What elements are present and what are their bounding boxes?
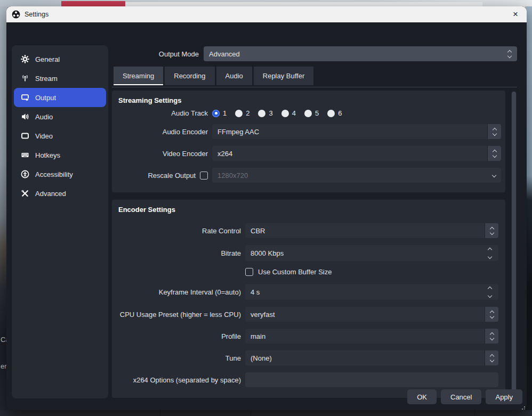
tab-audio[interactable]: Audio: [216, 67, 252, 85]
radio-checked-icon: [212, 110, 220, 117]
keyframe-interval-row: Keyframe Interval (0=auto) 4 s: [112, 284, 505, 300]
output-mode-row: Output Mode Advanced: [112, 46, 517, 61]
output-mode-select[interactable]: Advanced: [204, 46, 517, 61]
streaming-settings-group: Streaming Settings Audio Track 1 2 3 4 5…: [112, 91, 505, 192]
video-encoder-label: Video Encoder: [112, 150, 208, 158]
gear-icon: [21, 55, 29, 63]
tune-row: Tune (None): [112, 350, 505, 365]
use-custom-buffer-checkbox-row[interactable]: Use Custom Buffer Size: [245, 268, 332, 276]
ok-button[interactable]: OK: [407, 389, 437, 404]
spinner-arrows-icon[interactable]: [481, 284, 498, 300]
profile-row: Profile main: [112, 329, 505, 344]
sidebar-item-label: Stream: [35, 75, 58, 83]
rate-control-label: Rate Control: [112, 227, 241, 235]
monitor-icon: [21, 132, 29, 140]
audio-track-option-1[interactable]: 1: [212, 109, 227, 117]
output-icon: [21, 93, 29, 102]
tab-label: Audio: [225, 72, 243, 80]
x264-options-label: x264 Options (separated by space): [112, 376, 241, 384]
tools-icon: [21, 189, 29, 198]
rate-control-value: CBR: [245, 227, 485, 235]
tune-label: Tune: [112, 354, 241, 362]
background-seam: [160, 410, 160, 416]
cpu-preset-row: CPU Usage Preset (higher = less CPU) ver…: [112, 307, 505, 322]
cpu-preset-label: CPU Usage Preset (higher = less CPU): [112, 311, 241, 319]
video-encoder-select[interactable]: x264: [212, 146, 501, 161]
chevron-up-down-icon: [485, 223, 498, 238]
output-tabs: Streaming Recording Audio Replay Buffer: [114, 67, 313, 85]
sidebar-item-label: Audio: [35, 113, 53, 121]
scrollbar-handle[interactable]: [512, 92, 516, 397]
obs-logo-icon: [12, 10, 20, 19]
apply-button[interactable]: Apply: [486, 389, 522, 404]
cancel-button[interactable]: Cancel: [441, 389, 481, 404]
tabs-divider: [112, 87, 517, 87]
use-custom-buffer-label: Use Custom Buffer Size: [258, 268, 332, 276]
window-body: General Stream Output: [6, 22, 527, 410]
radio-label: 5: [315, 109, 319, 117]
keyframe-interval-spinbox[interactable]: 4 s: [245, 284, 498, 300]
tune-value: (None): [245, 354, 485, 362]
background-seam: [474, 410, 475, 416]
cpu-preset-select[interactable]: veryfast: [245, 307, 498, 322]
video-encoder-value: x264: [212, 150, 487, 158]
sidebar-item-general[interactable]: General: [14, 50, 106, 69]
audio-track-option-2[interactable]: 2: [235, 109, 249, 117]
rescale-resolution-value: 1280x720: [212, 172, 487, 180]
chevron-down-icon: [487, 168, 501, 183]
profile-label: Profile: [112, 332, 241, 340]
tab-replay-buffer[interactable]: Replay Buffer: [254, 67, 314, 85]
radio-label: 3: [269, 109, 272, 117]
sidebar-item-label: Advanced: [35, 190, 66, 198]
x264-options-input[interactable]: [245, 372, 498, 387]
titlebar[interactable]: Settings ×: [6, 6, 527, 22]
sidebar-item-video[interactable]: Video: [14, 126, 106, 145]
radio-label: 6: [338, 109, 342, 117]
sidebar-item-label: General: [35, 55, 60, 63]
audio-track-option-3[interactable]: 3: [258, 109, 272, 117]
tab-label: Recording: [174, 72, 205, 80]
tune-select[interactable]: (None): [245, 350, 498, 365]
radio-unchecked-icon: [281, 110, 289, 117]
sidebar-item-audio[interactable]: Audio: [14, 107, 106, 126]
content-scrollbar[interactable]: [511, 91, 517, 398]
audio-track-row: Audio Track 1 2 3 4 5 6: [112, 109, 505, 117]
bitrate-spinbox[interactable]: 8000 Kbps: [245, 245, 498, 261]
tab-streaming[interactable]: Streaming: [114, 67, 163, 85]
audio-encoder-row: Audio Encoder FFmpeg AAC: [112, 124, 505, 139]
sidebar-item-hotkeys[interactable]: Hotkeys: [14, 145, 106, 165]
tab-recording[interactable]: Recording: [165, 67, 214, 85]
bitrate-label: Bitrate: [112, 249, 241, 257]
audio-track-option-4[interactable]: 4: [281, 109, 296, 117]
sidebar-item-label: Output: [35, 94, 56, 102]
chevron-up-down-icon: [485, 307, 498, 322]
audio-encoder-select[interactable]: FFmpeg AAC: [212, 124, 501, 139]
radio-label: 2: [246, 109, 249, 117]
bitrate-row: Bitrate 8000 Kbps: [112, 245, 505, 261]
custom-buffer-row: Use Custom Buffer Size: [112, 268, 505, 276]
resize-grip[interactable]: [521, 405, 525, 410]
dialog-footer: OK Cancel Apply: [6, 389, 522, 404]
audio-track-option-5[interactable]: 5: [304, 109, 319, 117]
close-button[interactable]: ×: [504, 6, 527, 22]
use-custom-buffer-checkbox[interactable]: [245, 268, 253, 276]
background-seam: [251, 410, 251, 416]
radio-label: 4: [292, 109, 296, 117]
spinner-arrows-icon[interactable]: [481, 245, 498, 261]
close-icon: ×: [513, 9, 518, 20]
sidebar-item-stream[interactable]: Stream: [14, 69, 106, 88]
rate-control-row: Rate Control CBR: [112, 223, 505, 238]
profile-select[interactable]: main: [245, 329, 498, 344]
radio-unchecked-icon: [304, 110, 312, 117]
rescale-output-checkbox[interactable]: [200, 172, 208, 180]
cpu-preset-value: veryfast: [245, 311, 485, 319]
clipped-background-text: er: [1, 362, 7, 370]
audio-track-option-6[interactable]: 6: [327, 109, 342, 117]
sidebar-item-output[interactable]: Output: [14, 88, 106, 107]
sidebar-item-accessibility[interactable]: Accessibility: [14, 165, 106, 184]
audio-track-radio-group: 1 2 3 4 5 6: [212, 109, 342, 117]
sidebar-item-advanced[interactable]: Advanced: [14, 184, 106, 203]
rate-control-select[interactable]: CBR: [245, 223, 498, 238]
x264-options-row: x264 Options (separated by space): [112, 372, 505, 387]
chevron-up-down-icon: [502, 46, 517, 61]
